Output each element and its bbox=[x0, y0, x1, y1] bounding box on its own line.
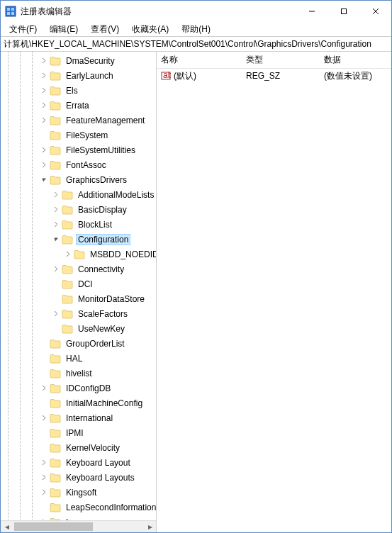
tree-node-label: FileSystemUtilities bbox=[64, 145, 138, 156]
tree-node[interactable]: MSBDD_NOEDID bbox=[1, 247, 156, 262]
tree-node[interactable]: AdditionalModeLists bbox=[1, 187, 156, 202]
scroll-right-icon[interactable]: ▸ bbox=[144, 521, 156, 532]
tree-node-label: ScaleFactors bbox=[76, 308, 130, 320]
tree-node[interactable]: Connectivity bbox=[1, 262, 156, 276]
chevron-right-icon[interactable] bbox=[39, 56, 49, 66]
tree-node[interactable]: GraphicsDrivers bbox=[1, 172, 156, 187]
tree-node[interactable]: IDConfigDB bbox=[1, 381, 156, 395]
tree-node-label: IPMI bbox=[64, 427, 86, 439]
tree-twisty-none bbox=[39, 354, 49, 364]
values-list[interactable]: ab(默认)REG_SZ(数值未设置) bbox=[157, 69, 391, 532]
tree-node[interactable]: InitialMachineConfig bbox=[1, 395, 156, 410]
folder-icon bbox=[50, 71, 61, 81]
chevron-right-icon[interactable] bbox=[39, 71, 49, 81]
tree-node[interactable]: FileSystem bbox=[1, 128, 156, 142]
chevron-down-icon[interactable] bbox=[39, 175, 49, 185]
tree-node-label: MSBDD_NOEDID bbox=[88, 249, 156, 260]
value-row[interactable]: ab(默认)REG_SZ(数值未设置) bbox=[157, 69, 391, 83]
tree-node[interactable]: Els bbox=[1, 83, 156, 98]
svg-rect-2 bbox=[11, 8, 14, 11]
minimize-button[interactable] bbox=[296, 1, 327, 22]
tree-twisty-none bbox=[51, 294, 61, 304]
menu-view[interactable]: 查看(V) bbox=[85, 23, 125, 36]
svg-text:ab: ab bbox=[163, 71, 171, 80]
menu-help[interactable]: 帮助(H) bbox=[176, 23, 216, 36]
tree-node[interactable]: HAL bbox=[1, 351, 156, 366]
tree-node[interactable]: FeatureManagement bbox=[1, 113, 156, 128]
tree-pane: DmaSecurityEarlyLaunchElsErrataFeatureMa… bbox=[1, 52, 157, 532]
column-type[interactable]: 类型 bbox=[242, 52, 320, 68]
tree-node[interactable]: Keyboard Layouts bbox=[1, 470, 156, 485]
svg-rect-3 bbox=[7, 12, 10, 15]
chevron-right-icon[interactable] bbox=[39, 383, 49, 393]
tree-node[interactable]: Configuration bbox=[1, 232, 156, 247]
menu-favorites[interactable]: 收藏夹(A) bbox=[126, 23, 174, 36]
chevron-right-icon[interactable] bbox=[51, 205, 61, 215]
folder-icon bbox=[50, 101, 61, 111]
chevron-right-icon[interactable] bbox=[39, 413, 49, 423]
column-name[interactable]: 名称 bbox=[157, 52, 242, 68]
folder-icon bbox=[50, 383, 61, 393]
tree-node[interactable]: KernelVelocity bbox=[1, 440, 156, 455]
tree-node[interactable]: FontAssoc bbox=[1, 157, 156, 172]
menu-file[interactable]: 文件(F) bbox=[4, 23, 43, 36]
tree-node-label: Kingsoft bbox=[64, 487, 99, 498]
tree-node-label: FileSystem bbox=[64, 130, 110, 141]
scrollbar-thumb[interactable] bbox=[14, 522, 93, 531]
tree-node[interactable]: MonitorDataStore bbox=[1, 291, 156, 306]
folder-icon bbox=[62, 279, 73, 289]
chevron-right-icon[interactable] bbox=[39, 473, 49, 483]
chevron-down-icon[interactable] bbox=[51, 235, 61, 245]
chevron-right-icon[interactable] bbox=[51, 309, 61, 319]
tree-node[interactable]: ScaleFactors bbox=[1, 306, 156, 321]
tree-node[interactable]: DCI bbox=[1, 276, 156, 291]
tree-node[interactable]: UseNewKey bbox=[1, 321, 156, 336]
tree-node[interactable]: hivelist bbox=[1, 366, 156, 381]
folder-icon bbox=[50, 160, 61, 170]
tree-node[interactable]: Keyboard Layout bbox=[1, 455, 156, 470]
tree-twisty-none bbox=[39, 339, 49, 349]
folder-icon bbox=[50, 354, 61, 364]
folder-icon bbox=[50, 428, 61, 438]
menu-edit[interactable]: 编辑(E) bbox=[44, 23, 84, 36]
tree-node-label: GraphicsDrivers bbox=[64, 174, 129, 186]
tree-node[interactable]: BlockList bbox=[1, 217, 156, 232]
address-text: 计算机\HKEY_LOCAL_MACHINE\SYSTEM\ControlSet… bbox=[4, 38, 371, 50]
tree-node[interactable]: FileSystemUtilities bbox=[1, 142, 156, 157]
chevron-right-icon[interactable] bbox=[63, 249, 73, 259]
tree-node[interactable]: IPMI bbox=[1, 425, 156, 440]
address-bar[interactable]: 计算机\HKEY_LOCAL_MACHINE\SYSTEM\ControlSet… bbox=[1, 36, 391, 52]
menubar: 文件(F) 编辑(E) 查看(V) 收藏夹(A) 帮助(H) bbox=[1, 22, 391, 36]
tree-node-label: FeatureManagement bbox=[64, 115, 147, 126]
chevron-right-icon[interactable] bbox=[51, 264, 61, 274]
regedit-window: 注册表编辑器 文件(F) 编辑(E) 查看(V) 收藏夹(A) 帮助(H) 计算… bbox=[0, 0, 392, 533]
tree-node[interactable]: GroupOrderList bbox=[1, 336, 156, 351]
titlebar[interactable]: 注册表编辑器 bbox=[1, 1, 391, 22]
tree-node[interactable]: EarlyLaunch bbox=[1, 68, 156, 83]
chevron-right-icon[interactable] bbox=[39, 160, 49, 170]
tree-node[interactable]: Kingsoft bbox=[1, 485, 156, 500]
tree-node[interactable]: DmaSecurity bbox=[1, 53, 156, 68]
scroll-left-icon[interactable]: ◂ bbox=[1, 521, 13, 532]
chevron-right-icon[interactable] bbox=[39, 458, 49, 468]
maximize-button[interactable] bbox=[327, 1, 359, 22]
tree-node[interactable]: Errata bbox=[1, 98, 156, 113]
close-button[interactable] bbox=[359, 1, 391, 22]
chevron-right-icon[interactable] bbox=[39, 116, 49, 125]
svg-rect-1 bbox=[7, 8, 10, 11]
tree-node[interactable]: LeapSecondInformation bbox=[1, 500, 156, 515]
tree-horizontal-scrollbar[interactable]: ◂ ▸ bbox=[1, 520, 156, 532]
tree-node[interactable]: International bbox=[1, 410, 156, 425]
chevron-right-icon[interactable] bbox=[39, 145, 49, 155]
chevron-right-icon[interactable] bbox=[39, 86, 49, 96]
column-data[interactable]: 数据 bbox=[320, 52, 391, 68]
chevron-right-icon[interactable] bbox=[39, 101, 49, 111]
chevron-right-icon[interactable] bbox=[39, 488, 49, 498]
tree-node[interactable]: BasicDisplay bbox=[1, 202, 156, 217]
registry-tree[interactable]: DmaSecurityEarlyLaunchElsErrataFeatureMa… bbox=[1, 52, 156, 532]
folder-icon bbox=[50, 413, 61, 423]
folder-icon bbox=[50, 116, 61, 125]
chevron-right-icon[interactable] bbox=[51, 220, 61, 230]
chevron-right-icon[interactable] bbox=[51, 190, 61, 200]
window-buttons bbox=[296, 1, 391, 22]
